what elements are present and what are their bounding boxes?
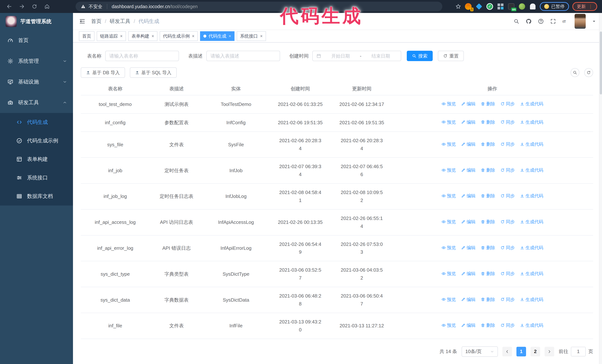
extension-icon-grid[interactable] — [497, 3, 504, 10]
generate-link[interactable]: 生成代码 — [520, 166, 543, 174]
edit-link[interactable]: 编辑 — [461, 322, 475, 329]
help-icon[interactable] — [538, 18, 544, 24]
preview-link[interactable]: 预览 — [441, 270, 456, 277]
edit-link[interactable]: 编辑 — [461, 118, 475, 126]
preview-link[interactable]: 预览 — [441, 192, 456, 200]
tab-close-icon[interactable]: × — [229, 34, 231, 38]
sidebar-item-infra[interactable]: 基础设施 — [0, 72, 73, 92]
preview-link[interactable]: 预览 — [441, 118, 456, 126]
sync-link[interactable]: 同步 — [500, 218, 515, 226]
delete-link[interactable]: 删除 — [481, 100, 495, 108]
delete-link[interactable]: 删除 — [481, 192, 495, 200]
edit-link[interactable]: 编辑 — [461, 218, 475, 226]
tab-system-api[interactable]: 系统接口× — [237, 31, 266, 41]
sync-link[interactable]: 同步 — [500, 296, 515, 303]
tab-close-icon[interactable]: × — [260, 34, 263, 38]
search-icon[interactable] — [514, 18, 519, 24]
toggle-search-icon[interactable] — [570, 68, 580, 77]
delete-link[interactable]: 删除 — [481, 270, 495, 277]
search-button[interactable]: 搜索 — [407, 51, 433, 61]
tab-codegen-example[interactable]: 代码生成示例× — [160, 31, 198, 41]
edit-link[interactable]: 编辑 — [461, 296, 475, 303]
delete-link[interactable]: 删除 — [481, 218, 495, 226]
prev-page-button[interactable] — [502, 347, 512, 356]
generate-link[interactable]: 生成代码 — [520, 218, 543, 226]
scrollbar-thumb[interactable] — [600, 31, 602, 94]
preview-link[interactable]: 预览 — [441, 296, 456, 303]
table-name-input[interactable] — [105, 51, 179, 61]
page-button-2[interactable]: 2 — [530, 347, 540, 356]
extension-icon-dark-on[interactable]: on — [507, 3, 515, 10]
extension-icon-green-check[interactable]: ✓ — [486, 3, 494, 10]
app-logo-row[interactable]: 芋道管理系统 — [0, 13, 73, 30]
tab-trace[interactable]: 链路追踪× — [97, 31, 126, 41]
sync-link[interactable]: 同步 — [500, 100, 515, 108]
delete-link[interactable]: 删除 — [481, 244, 495, 251]
refresh-table-icon[interactable] — [584, 68, 593, 77]
edit-link[interactable]: 编辑 — [461, 244, 475, 251]
sidebar-subitem-system-api[interactable]: 系统接口 — [0, 168, 73, 187]
preview-link[interactable]: 预览 — [441, 244, 456, 251]
breadcrumb-item[interactable]: 研发工具 — [110, 18, 130, 25]
browser-reload-icon[interactable] — [30, 2, 39, 11]
delete-link[interactable]: 删除 — [481, 166, 495, 174]
edit-link[interactable]: 编辑 — [461, 166, 475, 174]
page-button-1[interactable]: 1 — [516, 347, 526, 356]
edit-link[interactable]: 编辑 — [461, 270, 475, 277]
sync-link[interactable]: 同步 — [500, 166, 515, 174]
generate-link[interactable]: 生成代码 — [520, 141, 543, 148]
tab-close-icon[interactable]: × — [151, 34, 154, 38]
edit-link[interactable]: 编辑 — [461, 100, 475, 108]
next-page-button[interactable] — [545, 347, 554, 356]
sync-link[interactable]: 同步 — [500, 118, 515, 126]
extension-icon-blue-gem[interactable] — [475, 3, 483, 10]
avatar-caret-down-icon[interactable] — [592, 19, 596, 23]
date-range-picker[interactable]: 开始日期 - 结束日期 — [312, 51, 401, 61]
user-avatar[interactable] — [575, 14, 586, 29]
tab-close-icon[interactable]: × — [192, 34, 194, 38]
edit-link[interactable]: 编辑 — [461, 192, 475, 200]
font-size-icon[interactable]: tT — [562, 18, 568, 24]
generate-link[interactable]: 生成代码 — [520, 100, 543, 108]
edit-link[interactable]: 编辑 — [461, 141, 475, 148]
delete-link[interactable]: 删除 — [481, 322, 495, 329]
browser-home-icon[interactable] — [42, 2, 52, 11]
github-icon[interactable] — [526, 18, 532, 24]
extension-icon-orange[interactable]: 1 — [464, 3, 472, 10]
preview-link[interactable]: 预览 — [441, 322, 456, 329]
breadcrumb-item[interactable]: 首页 — [91, 18, 101, 25]
tab-form-builder[interactable]: 表单构建× — [128, 31, 157, 41]
sidebar-fold-icon[interactable] — [79, 18, 86, 25]
sidebar-subitem-form-builder[interactable]: 表单构建 — [0, 150, 73, 168]
preview-link[interactable]: 预览 — [441, 100, 456, 108]
sidebar-subitem-db-doc[interactable]: 数据库文档 — [0, 187, 73, 206]
goto-page-input[interactable] — [571, 347, 586, 356]
generate-link[interactable]: 生成代码 — [520, 322, 543, 329]
generate-link[interactable]: 生成代码 — [520, 296, 543, 303]
sidebar-subitem-codegen[interactable]: 代码生成 — [0, 113, 73, 131]
sync-link[interactable]: 同步 — [500, 322, 515, 329]
page-size-select[interactable]: 10条/页 — [462, 346, 498, 357]
generate-link[interactable]: 生成代码 — [520, 270, 543, 277]
fullscreen-icon[interactable] — [550, 18, 556, 24]
sidebar-item-devtools[interactable]: 研发工具 — [0, 92, 73, 113]
bookmark-star-icon[interactable] — [455, 3, 461, 10]
sync-link[interactable]: 同步 — [500, 270, 515, 277]
browser-back-icon[interactable] — [4, 2, 14, 11]
browser-forward-icon[interactable] — [17, 2, 27, 11]
tab-home[interactable]: 首页 — [79, 31, 95, 41]
paused-badge[interactable]: 已暂停 — [540, 2, 569, 11]
update-button[interactable]: 更新⋮ — [572, 2, 597, 11]
address-bar[interactable]: 不安全 dashboard.yudao.iocoder.cn/tool/code… — [75, 2, 442, 11]
import-sql-button[interactable]: 基于 SQL 导入 — [130, 67, 177, 78]
sync-link[interactable]: 同步 — [500, 244, 515, 251]
generate-link[interactable]: 生成代码 — [520, 244, 543, 251]
page-scrollbar[interactable] — [599, 13, 602, 364]
sync-link[interactable]: 同步 — [500, 192, 515, 200]
delete-link[interactable]: 删除 — [481, 296, 495, 303]
tab-close-icon[interactable]: × — [120, 34, 123, 38]
delete-link[interactable]: 删除 — [481, 141, 495, 148]
sidebar-subitem-codegen-example[interactable]: 代码生成示例 — [0, 131, 73, 150]
sidebar-item-home[interactable]: 首页 — [0, 30, 73, 51]
reset-button[interactable]: 重置 — [438, 51, 464, 61]
